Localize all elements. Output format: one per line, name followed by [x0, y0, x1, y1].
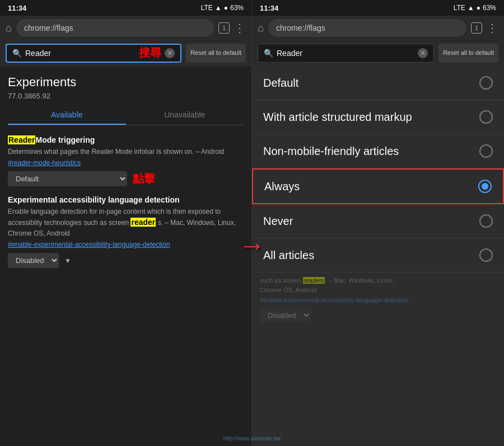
- dropdown-arrow-2: ▼: [64, 257, 71, 265]
- dropdown-overlay: Default With article structured markup N…: [252, 66, 504, 446]
- flag-description-2a: Enable language detection for in-page co…: [8, 206, 244, 238]
- radio-always[interactable]: [478, 180, 492, 193]
- flag-title-rest-2: Experimental accessibility language dete…: [8, 195, 180, 204]
- flag-link-1[interactable]: #reader-mode-heuristics: [8, 159, 244, 167]
- bg-text-1: such as screen readers. – Mac, Windows, …: [260, 276, 496, 294]
- address-bar-right[interactable]: chrome://flags: [268, 19, 466, 37]
- experiments-section: Experiments 77.0.3865.92 Available Unava…: [0, 66, 251, 130]
- flag-dropdown-row-2: Disabled Enabled ▼: [8, 253, 244, 268]
- lte-icon-right: LTE: [454, 4, 465, 12]
- option-all-articles[interactable]: All articles: [252, 238, 504, 273]
- flag-title-rest-1: Mode triggering: [35, 135, 95, 144]
- version-text: 77.0.3865.92: [8, 92, 244, 100]
- menu-dots-right[interactable]: ⋮: [487, 21, 498, 35]
- flag-description-1: Determines what pages the Reader Mode in…: [8, 147, 244, 157]
- radio-never[interactable]: [479, 214, 493, 228]
- flag-title-row-2: Experimental accessibility language dete…: [8, 195, 244, 204]
- status-icons-right: LTE ▲ ● 63%: [454, 4, 496, 12]
- reset-all-btn-right[interactable]: Reset all to default: [438, 44, 498, 63]
- search-input-box-left[interactable]: 🔍 Reader 搜尋 ✕: [6, 44, 181, 63]
- experiments-title: Experiments: [8, 75, 244, 90]
- clear-search-btn-left[interactable]: ✕: [165, 48, 175, 58]
- option-article-markup[interactable]: With article structured markup: [252, 100, 504, 134]
- flag-item-accessibility: Experimental accessibility language dete…: [8, 195, 244, 268]
- radio-non-mobile[interactable]: [479, 144, 493, 158]
- tab-count-left[interactable]: 1: [218, 22, 230, 34]
- address-bar-area-right: ⌂ chrome://flags 1 ⋮: [252, 16, 504, 40]
- menu-dots-left[interactable]: ⋮: [234, 21, 246, 35]
- right-bg-content: such as screen readers. – Mac, Windows, …: [252, 273, 504, 326]
- flag-dropdown-1[interactable]: Default With article structured markup N…: [8, 171, 127, 186]
- chinese-search-label: 搜尋: [139, 45, 161, 60]
- status-icons-left: LTE ▲ ● 63%: [201, 4, 244, 12]
- flag-keyword-1: Reader: [8, 135, 35, 144]
- radio-all-articles[interactable]: [479, 248, 493, 262]
- tab-available[interactable]: Available: [8, 106, 126, 125]
- option-always[interactable]: Always: [252, 168, 504, 204]
- status-bar-right: 11:34 LTE ▲ ● 63%: [252, 0, 504, 16]
- bg-keyword-readers: readers: [303, 277, 325, 284]
- flag-link-2[interactable]: #enable-experimental-accessibility-langu…: [8, 241, 244, 248]
- option-non-mobile[interactable]: Non-mobile-friendly articles: [252, 134, 504, 168]
- search-input-box-right[interactable]: 🔍 Reader ✕: [258, 44, 434, 63]
- tabs-row: Available Unavailable: [8, 106, 244, 125]
- bg-dropdown[interactable]: Disabled: [260, 308, 311, 323]
- search-value-right: Reader: [277, 49, 414, 58]
- url-text-left: chrome://flags: [24, 24, 73, 32]
- clear-search-btn-right[interactable]: ✕: [418, 48, 428, 58]
- time-right: 11:34: [260, 4, 278, 12]
- battery-right: 63%: [483, 4, 496, 12]
- home-icon-right[interactable]: ⌂: [258, 22, 264, 34]
- radio-default[interactable]: [479, 76, 493, 90]
- right-panel: 11:34 LTE ▲ ● 63% ⌂ chrome://flags 1 ⋮ 🔍…: [252, 0, 504, 446]
- chinese-click-label: 點擊: [133, 171, 155, 186]
- flag-dropdown-row-1: Default With article structured markup N…: [8, 171, 244, 186]
- wifi-icon-right: ●: [477, 4, 480, 12]
- flag-dropdown-2[interactable]: Disabled Enabled: [8, 253, 59, 268]
- status-bar-left: 11:34 LTE ▲ ● 63%: [0, 0, 251, 16]
- search-value-left: Reader: [25, 49, 133, 58]
- option-default[interactable]: Default: [252, 66, 504, 100]
- lte-icon: LTE: [201, 4, 213, 12]
- left-panel: 11:34 LTE ▲ ● 63% ⌂ chrome://flags 1 ⋮ 🔍…: [0, 0, 252, 446]
- reset-all-btn-left[interactable]: Reset all to default: [186, 44, 246, 63]
- flag-title-row-1: Reader Mode triggering: [8, 135, 244, 144]
- signal-icon-right: ▲: [468, 4, 474, 12]
- wifi-icon: ●: [224, 4, 228, 12]
- search-icon-left: 🔍: [12, 49, 22, 58]
- search-bar-area-right: 🔍 Reader ✕ Reset all to default: [252, 40, 504, 66]
- flags-list: Reader Mode triggering Determines what p…: [0, 130, 251, 446]
- tab-count-right[interactable]: 1: [471, 22, 482, 34]
- search-bar-area-left: 🔍 Reader 搜尋 ✕ Reset all to default: [0, 40, 251, 66]
- flag-item-reader-mode: Reader Mode triggering Determines what p…: [8, 135, 244, 186]
- url-text-right: chrome://flags: [276, 24, 325, 32]
- address-bar-left[interactable]: chrome://flags: [16, 19, 214, 37]
- tab-unavailable[interactable]: Unavailable: [126, 106, 244, 125]
- address-bar-area-left: ⌂ chrome://flags 1 ⋮: [0, 16, 251, 40]
- radio-article-markup[interactable]: [479, 110, 493, 124]
- battery-left: 63%: [230, 4, 244, 12]
- signal-icon: ▲: [215, 4, 222, 12]
- time-left: 11:34: [8, 4, 26, 12]
- bg-link[interactable]: #enable-experimental-accessibility-langu…: [260, 297, 408, 303]
- search-icon-right: 🔍: [264, 49, 273, 58]
- option-never[interactable]: Never: [252, 204, 504, 238]
- flag-keyword-2: reader: [130, 218, 156, 227]
- home-icon[interactable]: ⌂: [6, 22, 12, 34]
